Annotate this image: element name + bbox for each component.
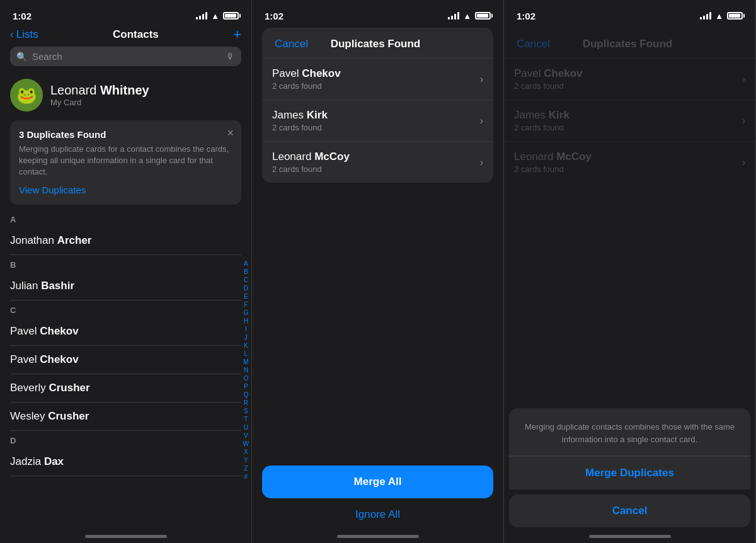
chevron-right-icon: › <box>480 115 483 127</box>
panel-duplicates: 1:02 ▲ Cancel Duplicates Found <box>252 0 504 543</box>
section-header-b: B <box>10 255 241 272</box>
duplicate-item-chekov[interactable]: Pavel Chekov 2 cards found › <box>262 58 493 100</box>
section-header-d: D <box>10 431 241 448</box>
contact-name: Pavel Chekov <box>10 353 79 366</box>
cancel-label-dimmed: Cancel <box>517 38 550 50</box>
contacts-title: Contacts <box>113 28 159 41</box>
my-card-label: My Card <box>50 98 149 107</box>
chevron-right-icon: › <box>742 115 745 127</box>
nav-back-label[interactable]: Lists <box>16 28 38 41</box>
status-time-3: 1:02 <box>517 11 536 21</box>
nav-back[interactable]: ‹ Lists <box>10 28 38 41</box>
contacts-header: ‹ Lists Contacts + <box>0 28 251 47</box>
status-icons-2: ▲ <box>448 11 491 21</box>
chevron-right-icon: › <box>742 74 745 85</box>
battery-icon <box>223 12 239 20</box>
mic-icon: 🎙 <box>226 52 235 62</box>
my-card-name: Leonard Whitney <box>50 83 149 98</box>
duplicates-sheet: Cancel Duplicates Found Pavel Chekov 2 c… <box>262 28 493 183</box>
list-item[interactable]: Wesley Crusher <box>10 403 241 431</box>
search-input[interactable]: Search <box>32 51 221 62</box>
search-bar[interactable]: 🔍 Search 🎙 <box>10 47 241 66</box>
wifi-icon: ▲ <box>715 11 723 21</box>
close-banner-button[interactable]: × <box>227 127 234 140</box>
confirmation-message-box: Merging duplicate contacts combines thos… <box>509 408 750 456</box>
chevron-right-icon: › <box>480 157 483 168</box>
home-indicator <box>337 535 419 538</box>
list-item[interactable]: Jonathan Archer <box>10 227 241 255</box>
status-icons-3: ▲ <box>700 11 743 21</box>
confirmation-cancel-button[interactable]: Cancel <box>509 494 750 527</box>
status-bar-1: 1:02 ▲ <box>0 0 251 28</box>
status-bar-2: 1:02 ▲ <box>252 0 503 28</box>
my-card-section[interactable]: 🐸 Leonard Whitney My Card <box>0 74 251 118</box>
battery-icon <box>727 12 743 20</box>
signal-icon <box>196 12 207 20</box>
duplicate-item-kirk-dimmed: James Kirk 2 cards found › <box>504 100 755 141</box>
section-header-a: A <box>10 210 241 227</box>
modal-title: Duplicates Found <box>331 38 421 50</box>
cancel-button[interactable]: Cancel <box>275 38 308 50</box>
chevron-right-icon: › <box>480 74 483 85</box>
contact-name: Beverly Crusher <box>10 382 90 394</box>
status-icons-1: ▲ <box>196 11 239 21</box>
search-icon: 🔍 <box>16 52 27 62</box>
view-duplicates-button[interactable]: View Duplicates <box>19 185 86 195</box>
modal-title-dimmed: Duplicates Found <box>583 38 673 50</box>
contact-name: Wesley Crusher <box>10 410 89 423</box>
panel3-content: Cancel Duplicates Found Pavel Chekov 2 c… <box>504 28 755 543</box>
wifi-icon: ▲ <box>211 11 219 21</box>
signal-icon <box>700 12 711 20</box>
modal-header: Cancel Duplicates Found <box>262 28 493 58</box>
panel-confirmation: 1:02 ▲ Cancel Duplicates Found <box>504 0 756 543</box>
wifi-icon: ▲ <box>463 11 471 21</box>
merge-all-button[interactable]: Merge All <box>262 466 493 498</box>
avatar: 🐸 <box>10 79 43 111</box>
list-item[interactable]: Beverly Crusher <box>10 374 241 403</box>
duplicate-item-mccoy[interactable]: Leonard McCoy 2 cards found › <box>262 141 493 183</box>
status-time-2: 1:02 <box>265 11 284 21</box>
confirmation-message-text: Merging duplicate contacts combines thos… <box>524 421 735 445</box>
merge-duplicates-button[interactable]: Merge Duplicates <box>509 456 750 489</box>
back-chevron-icon: ‹ <box>10 28 14 41</box>
banner-title: 3 Duplicates Found <box>19 129 232 140</box>
contact-name: Pavel Chekov <box>10 325 79 338</box>
modal-overlay: Cancel Duplicates Found Pavel Chekov 2 c… <box>252 28 503 543</box>
banner-description: Merging duplicate cards for a contact co… <box>19 144 232 178</box>
list-item[interactable]: Jadzia Dax <box>10 448 241 476</box>
dimmed-background: Cancel Duplicates Found Pavel Chekov 2 c… <box>504 28 755 183</box>
list-item[interactable]: Pavel Chekov <box>10 317 241 346</box>
battery-icon <box>475 12 491 20</box>
signal-icon <box>448 12 459 20</box>
status-bar-3: 1:02 ▲ <box>504 0 755 28</box>
add-contact-button[interactable]: + <box>233 28 241 42</box>
contact-name: Julian Bashir <box>10 280 74 292</box>
list-item[interactable]: Julian Bashir <box>10 272 241 300</box>
duplicate-item-mccoy-dimmed: Leonard McCoy 2 cards found › <box>504 141 755 183</box>
chevron-right-icon: › <box>742 157 745 168</box>
modal-header-dimmed: Cancel Duplicates Found <box>504 28 755 58</box>
panel-contacts: 1:02 ▲ ‹ Lists Contacts + 🔍 Search 🎙 🐸 <box>0 0 252 543</box>
alpha-index[interactable]: A B C D E F G H I J K L M N O P Q R S T … <box>243 260 249 481</box>
section-header-c: C <box>10 300 241 317</box>
duplicate-item-chekov-dimmed: Pavel Chekov 2 cards found › <box>504 58 755 100</box>
status-time-1: 1:02 <box>13 11 32 21</box>
home-indicator <box>589 535 671 538</box>
list-item[interactable]: Pavel Chekov <box>10 346 241 374</box>
ignore-all-button[interactable]: Ignore All <box>252 498 503 531</box>
contacts-list: A Jonathan Archer B Julian Bashir C Pave… <box>0 210 251 531</box>
confirmation-sheet: Merging duplicate contacts combines thos… <box>504 408 755 543</box>
home-indicator <box>85 535 167 538</box>
duplicate-item-kirk[interactable]: James Kirk 2 cards found › <box>262 100 493 141</box>
duplicates-banner: 3 Duplicates Found Merging duplicate car… <box>10 120 241 205</box>
contact-name: Jonathan Archer <box>10 234 92 247</box>
contact-name: Jadzia Dax <box>10 455 64 468</box>
